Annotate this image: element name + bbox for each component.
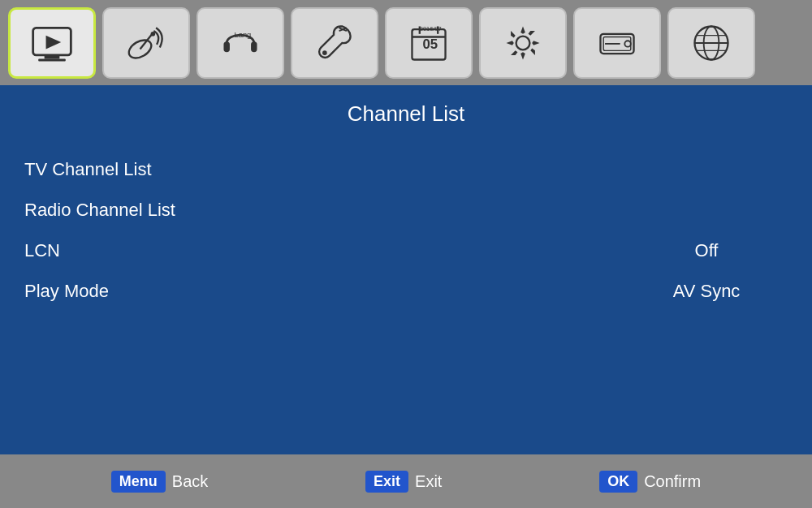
- svg-point-22: [624, 41, 630, 46]
- ok-badge: OK: [599, 471, 637, 493]
- menu-row-lcn[interactable]: LCN Off: [24, 230, 788, 271]
- menu-back-button[interactable]: Menu Back: [111, 471, 208, 493]
- nav-calendar[interactable]: 2016/07 05: [385, 7, 473, 79]
- svg-point-10: [322, 50, 327, 55]
- bottom-bar: Menu Back Exit Exit OK Confirm: [0, 454, 812, 508]
- menu-badge: Menu: [111, 471, 166, 493]
- svg-text:Lang: Lang: [235, 30, 252, 38]
- play-mode-value: AV Sync: [625, 281, 788, 302]
- nav-settings[interactable]: [479, 7, 567, 79]
- svg-point-19: [516, 36, 530, 50]
- lcn-value: Off: [625, 240, 788, 261]
- tv-channel-list-label: TV Channel List: [24, 159, 625, 180]
- top-navigation: Lang 2016/07 05: [0, 0, 812, 85]
- svg-marker-3: [46, 35, 62, 49]
- nav-tools[interactable]: [291, 7, 378, 79]
- play-mode-label: Play Mode: [24, 281, 625, 302]
- menu-row-tv-channel[interactable]: TV Channel List: [24, 149, 788, 190]
- exit-button[interactable]: Exit Exit: [365, 471, 442, 493]
- svg-point-4: [126, 36, 154, 61]
- radio-channel-list-label: Radio Channel List: [24, 200, 625, 221]
- svg-point-6: [151, 32, 156, 37]
- exit-badge: Exit: [365, 471, 408, 493]
- svg-text:2016/07: 2016/07: [420, 25, 442, 32]
- nav-language[interactable]: Lang: [197, 7, 284, 79]
- svg-rect-8: [251, 41, 257, 52]
- exit-label: Exit: [415, 472, 442, 491]
- nav-satellite[interactable]: [102, 7, 190, 79]
- menu-back-label: Back: [172, 472, 208, 491]
- nav-tv-play[interactable]: [8, 7, 96, 79]
- svg-text:05: 05: [423, 37, 438, 52]
- svg-rect-2: [38, 58, 66, 61]
- lcn-label: LCN: [24, 240, 625, 261]
- ok-confirm-button[interactable]: OK Confirm: [599, 471, 701, 493]
- main-content: Channel List TV Channel List Radio Chann…: [0, 85, 812, 454]
- nav-hdd[interactable]: [573, 7, 661, 79]
- section-title: Channel List: [24, 101, 788, 127]
- menu-row-radio-channel[interactable]: Radio Channel List: [24, 190, 788, 230]
- svg-rect-1: [45, 54, 60, 58]
- svg-rect-7: [223, 41, 229, 52]
- confirm-label: Confirm: [644, 472, 701, 491]
- nav-network[interactable]: [667, 7, 755, 79]
- menu-row-play-mode[interactable]: Play Mode AV Sync: [24, 271, 788, 312]
